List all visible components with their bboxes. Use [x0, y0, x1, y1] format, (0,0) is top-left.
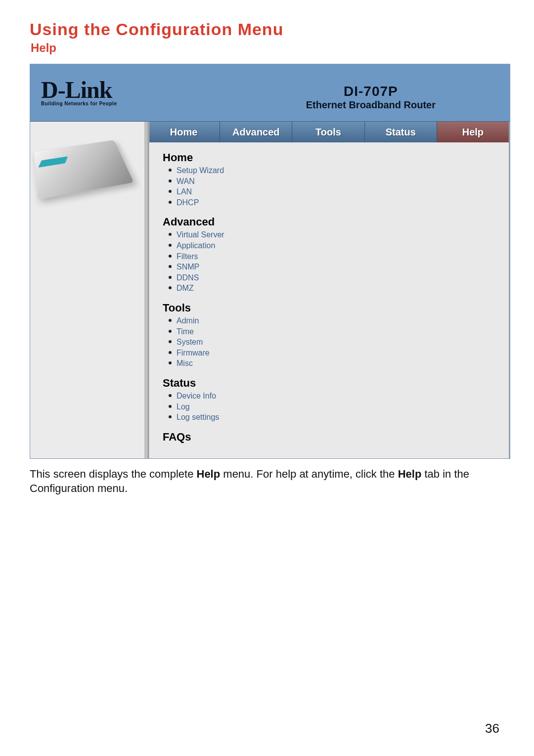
help-link-application[interactable]: Application: [177, 240, 494, 251]
help-link-firmware[interactable]: Firmware: [177, 348, 494, 358]
section-home-list: Setup Wizard WAN LAN DHCP: [163, 165, 494, 208]
help-link-virtual-server[interactable]: Virtual Server: [177, 229, 494, 240]
help-link-lan[interactable]: LAN: [177, 186, 494, 197]
caption-part1: This screen displays the complete: [30, 468, 197, 480]
page-title: Using the Configuration Menu: [30, 20, 504, 39]
help-link-filters[interactable]: Filters: [177, 251, 494, 262]
model-name: DI-707P: [306, 84, 436, 99]
help-link-wan[interactable]: WAN: [177, 176, 494, 187]
tab-advanced[interactable]: Advanced: [220, 122, 292, 142]
router-header: D-Link Building Networks for People DI-7…: [30, 64, 510, 122]
section-status-title: Status: [163, 377, 494, 390]
section-advanced-list: Virtual Server Application Filters SNMP …: [163, 229, 494, 294]
section-tools-title: Tools: [163, 302, 494, 314]
help-link-dmz[interactable]: DMZ: [177, 283, 494, 294]
caption-bold-help-2: Help: [398, 468, 422, 480]
model-desc: Ethernet Broadband Router: [306, 99, 436, 111]
tab-status[interactable]: Status: [365, 122, 437, 142]
help-link-dhcp[interactable]: DHCP: [177, 197, 494, 208]
tab-help[interactable]: Help: [437, 122, 509, 142]
page-subtitle: Help: [31, 41, 504, 55]
section-home-title: Home: [163, 151, 494, 164]
router-body: Home Advanced Tools Status Help Home Set…: [30, 122, 510, 458]
tab-tools[interactable]: Tools: [292, 122, 364, 142]
brand-logo: D-Link: [41, 79, 117, 100]
help-link-log-settings[interactable]: Log settings: [177, 412, 494, 423]
help-link-snmp[interactable]: SNMP: [177, 262, 494, 272]
help-link-device-info[interactable]: Device Info: [177, 391, 494, 401]
router-device-image: [34, 140, 134, 199]
help-link-setup-wizard[interactable]: Setup Wizard: [177, 165, 494, 176]
help-link-ddns[interactable]: DDNS: [177, 272, 494, 283]
sidebar: [30, 122, 145, 458]
model-block: DI-707P Ethernet Broadband Router: [306, 84, 436, 111]
caption-bold-help-1: Help: [197, 468, 221, 480]
section-tools-list: Admin Time System Firmware Misc: [163, 315, 494, 369]
tab-bar: Home Advanced Tools Status Help: [148, 122, 509, 142]
help-content: Home Setup Wizard WAN LAN DHCP Advanced …: [148, 142, 509, 458]
section-status-list: Device Info Log Log settings: [163, 391, 494, 423]
caption-part2: menu. For help at anytime, click the: [220, 468, 398, 480]
section-advanced-title: Advanced: [163, 216, 494, 228]
brand-block: D-Link Building Networks for People: [41, 79, 117, 106]
help-link-system[interactable]: System: [177, 337, 494, 348]
section-faqs-title[interactable]: FAQs: [163, 431, 494, 444]
router-ui-frame: D-Link Building Networks for People DI-7…: [30, 64, 510, 459]
tab-home[interactable]: Home: [148, 122, 220, 142]
help-link-log[interactable]: Log: [177, 401, 494, 412]
help-link-admin[interactable]: Admin: [177, 315, 494, 326]
help-link-time[interactable]: Time: [177, 326, 494, 337]
main-panel: Home Advanced Tools Status Help Home Set…: [145, 122, 510, 458]
help-link-misc[interactable]: Misc: [177, 358, 494, 369]
brand-tagline: Building Networks for People: [41, 101, 117, 106]
page-number: 36: [485, 721, 499, 736]
caption-text: This screen displays the complete Help m…: [30, 467, 510, 496]
